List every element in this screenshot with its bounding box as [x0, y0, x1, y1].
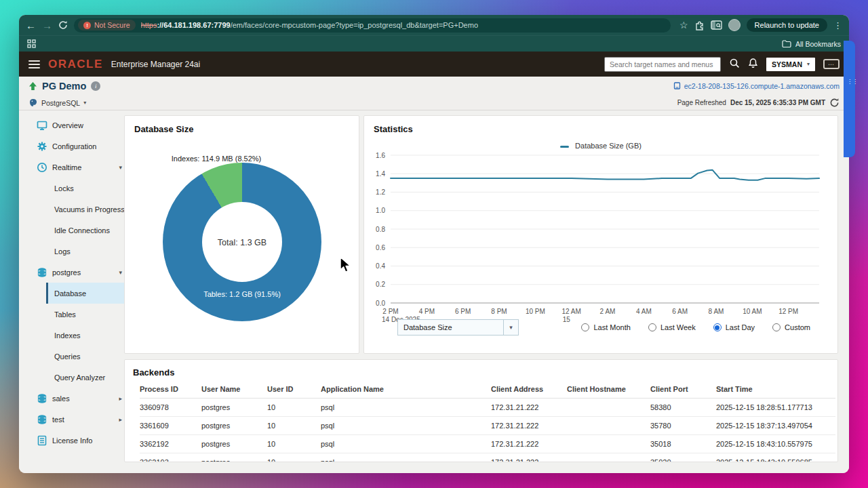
- sidebar-item-realtime[interactable]: Realtime▾: [27, 157, 129, 178]
- table-cell: 35780: [650, 417, 716, 435]
- column-header-client-port[interactable]: Client Port: [650, 380, 716, 399]
- table-cell: [567, 417, 650, 435]
- reload-icon[interactable]: [58, 20, 68, 30]
- sidebar-item-label: Overview: [52, 121, 83, 129]
- svg-text:12 PM: 12 PM: [778, 308, 798, 315]
- statistics-card: Statistics Database Size (GB) 1.61.41.21…: [363, 115, 838, 354]
- keypad-icon[interactable]: ⋯: [823, 59, 840, 69]
- sidebar-item-query-analyzer[interactable]: Query Analyzer: [46, 367, 129, 388]
- sidebar-item-vacuums-in-progress[interactable]: Vacuums in Progress: [46, 199, 129, 220]
- sidebar-item-license-info[interactable]: License Info: [27, 430, 129, 451]
- column-header-client-hostname[interactable]: Client Hostname: [567, 380, 650, 399]
- sidebar-item-sales[interactable]: sales▸: [27, 388, 129, 409]
- metric-dropdown[interactable]: Database Size ▾: [397, 319, 519, 336]
- svg-text:6 PM: 6 PM: [455, 308, 471, 315]
- table-cell: 2025-12-15 18:28:51.177713: [716, 399, 835, 417]
- page-title: PG Demo: [42, 81, 86, 92]
- backends-card: Backends Process IDUser NameUser IDAppli…: [124, 359, 838, 462]
- sidebar-item-label: postgres: [52, 268, 81, 277]
- notifications-bell-icon[interactable]: [748, 58, 758, 71]
- sidebar-item-logs[interactable]: Logs: [46, 241, 129, 262]
- chevron-right-icon[interactable]: ▸: [119, 395, 122, 402]
- database-icon: [37, 414, 47, 425]
- search-icon[interactable]: [729, 58, 740, 71]
- table-row[interactable]: 3360978postgres10psql172.31.21.222583802…: [140, 399, 835, 417]
- host-link[interactable]: ec2-18-208-135-126.compute-1.amazonaws.c…: [673, 82, 840, 90]
- bookmark-star-icon[interactable]: ☆: [679, 20, 688, 30]
- table-row[interactable]: 3362193postgres10psql172.31.21.222350202…: [140, 453, 835, 463]
- radio-custom[interactable]: Custom: [772, 323, 810, 331]
- sidebar-item-queries[interactable]: Queries: [46, 346, 129, 367]
- search-input[interactable]: [604, 57, 721, 72]
- apps-grid-icon[interactable]: [27, 39, 36, 48]
- table-cell: [567, 399, 650, 417]
- svg-text:0.6: 0.6: [376, 244, 385, 251]
- chevron-down-icon[interactable]: ▾: [119, 164, 122, 171]
- refresh-icon[interactable]: [829, 98, 840, 108]
- table-row[interactable]: 3361609postgres10psql172.31.21.222357802…: [140, 417, 835, 435]
- sidebar-item-test[interactable]: test▸: [27, 409, 129, 430]
- sidebar-item-locks[interactable]: Locks: [46, 178, 129, 199]
- table-cell: 10: [267, 399, 321, 417]
- radio-last-week[interactable]: Last Week: [648, 323, 696, 331]
- sidebar-item-database[interactable]: Database: [46, 283, 129, 304]
- all-bookmarks-button[interactable]: All Bookmarks: [782, 40, 841, 48]
- table-cell: 10: [267, 435, 321, 453]
- radio-unselected-icon[interactable]: [648, 323, 656, 331]
- table-row[interactable]: 3362192postgres10psql172.31.21.222350182…: [140, 435, 835, 453]
- svg-text:0.2: 0.2: [376, 281, 385, 288]
- chevron-down-icon[interactable]: ▾: [503, 320, 518, 335]
- not-secure-badge[interactable]: ! Not Secure: [78, 20, 136, 30]
- radio-selected-icon[interactable]: [713, 323, 722, 331]
- table-cell: postgres: [201, 435, 267, 453]
- sidebar-item-overview[interactable]: Overview: [27, 115, 129, 136]
- relaunch-button[interactable]: Relaunch to update: [747, 18, 827, 32]
- chevron-down-icon[interactable]: ▾: [119, 269, 122, 276]
- target-type-menu[interactable]: PostgreSQL ▾: [28, 98, 86, 107]
- monitor-icon: [37, 120, 47, 131]
- donut-label-indexes: Indexes: 114.9 MB (8.52%): [145, 155, 288, 163]
- radio-unselected-icon[interactable]: [581, 323, 589, 331]
- side-panel-tab[interactable]: ⋮⋮: [844, 41, 855, 157]
- info-icon[interactable]: i: [91, 81, 100, 91]
- forward-icon[interactable]: →: [42, 20, 52, 31]
- radio-unselected-icon[interactable]: [772, 323, 781, 331]
- profile-avatar[interactable]: [728, 19, 741, 31]
- column-header-start-time[interactable]: Start Time: [716, 380, 835, 399]
- table-cell: 172.31.21.222: [491, 399, 567, 417]
- target-subheader: PostgreSQL ▾ Page Refreshed Dec 15, 2025…: [19, 96, 849, 110]
- tab-search-icon[interactable]: [711, 20, 722, 30]
- table-cell: postgres: [201, 453, 267, 463]
- browser-menu-icon[interactable]: ⋮: [833, 20, 842, 30]
- user-menu-button[interactable]: SYSMAN ▾: [766, 58, 815, 71]
- sidebar-item-idle-connections[interactable]: Idle Connections: [46, 220, 129, 241]
- sidebar-item-label: Realtime: [52, 163, 81, 171]
- sidebar-item-label: Queries: [54, 352, 81, 361]
- sidebar-item-indexes[interactable]: Indexes: [46, 325, 129, 346]
- back-icon[interactable]: ←: [26, 20, 36, 31]
- chevron-right-icon[interactable]: ▸: [119, 416, 122, 423]
- sidebar-item-tables[interactable]: Tables: [46, 304, 129, 325]
- radio-last-month[interactable]: Last Month: [581, 323, 630, 331]
- sidebar-item-configuration[interactable]: Configuration: [27, 136, 129, 157]
- column-header-process-id[interactable]: Process ID: [140, 380, 201, 399]
- svg-text:0.8: 0.8: [376, 226, 385, 233]
- backends-table[interactable]: Process IDUser NameUser IDApplication Na…: [140, 380, 835, 462]
- column-header-user-name[interactable]: User Name: [201, 380, 267, 399]
- extensions-icon[interactable]: [694, 20, 705, 30]
- hamburger-menu-icon[interactable]: [28, 58, 40, 70]
- address-bar[interactable]: ! Not Secure https://64.181.198.67:7799/…: [74, 18, 671, 33]
- chart-controls: Database Size ▾ Last MonthLast WeekLast …: [374, 319, 828, 336]
- database-size-line-chart[interactable]: 1.61.41.21.00.80.60.40.20.02 PM14 Dec 20…: [364, 148, 839, 325]
- radio-last-day[interactable]: Last Day: [713, 323, 755, 331]
- sidebar-item-postgres[interactable]: postgres▾: [27, 262, 129, 283]
- sidebar-item-label: Locks: [54, 184, 74, 192]
- table-cell: [567, 435, 650, 453]
- column-header-client-address[interactable]: Client Address: [491, 380, 567, 399]
- svg-text:12 AM: 12 AM: [561, 308, 580, 315]
- svg-text:8 PM: 8 PM: [491, 308, 507, 315]
- bookmarks-bar: All Bookmarks: [19, 35, 849, 52]
- table-cell: 172.31.21.222: [491, 453, 567, 463]
- column-header-user-id[interactable]: User ID: [267, 380, 321, 399]
- column-header-application-name[interactable]: Application Name: [321, 380, 491, 399]
